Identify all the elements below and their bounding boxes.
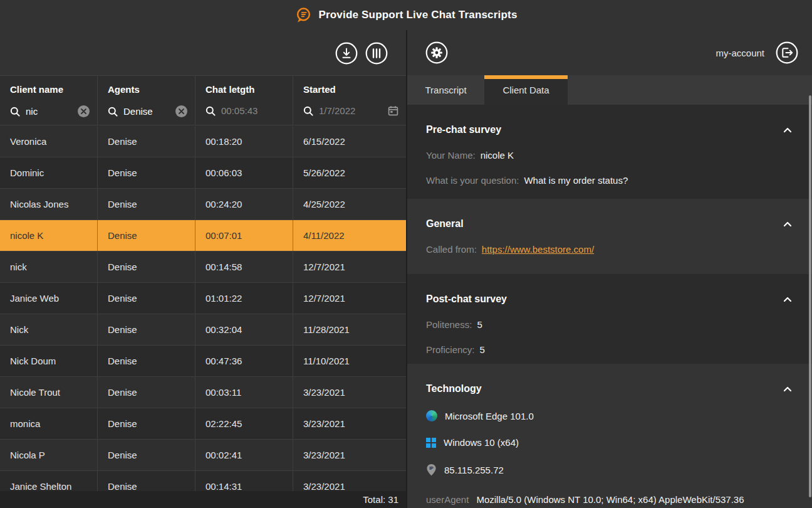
column-chat-length: Chat letgth bbox=[195, 76, 293, 125]
cell-chat-length: 02:22:45 bbox=[195, 408, 293, 439]
field-value: What is my order status? bbox=[524, 175, 628, 186]
cell-chat-length: 00:06:03 bbox=[195, 157, 293, 188]
cell-started: 12/7/2021 bbox=[293, 283, 406, 314]
clear-filter-icon[interactable] bbox=[175, 105, 187, 117]
columns-icon[interactable] bbox=[365, 42, 388, 65]
section-general: General Called from:https://www.beststor… bbox=[407, 199, 812, 274]
search-icon bbox=[303, 106, 313, 116]
cell-chat-length: 00:18:20 bbox=[195, 126, 293, 157]
cell-started: 5/26/2022 bbox=[293, 157, 406, 188]
cell-agent: Denise bbox=[98, 251, 195, 282]
table-row[interactable]: monica Denise 02:22:45 3/23/2021 bbox=[0, 408, 406, 440]
agents-filter-input[interactable] bbox=[123, 106, 170, 117]
cell-client-name: Janice Web bbox=[0, 283, 98, 314]
client-name-filter-input[interactable] bbox=[26, 106, 72, 117]
chat-length-filter-input[interactable] bbox=[221, 105, 285, 116]
cell-client-name: monica bbox=[0, 408, 98, 439]
table-row[interactable]: Nicola P Denise 00:02:41 3/23/2021 bbox=[0, 440, 406, 471]
section-post-chat-survey: Post-chat survey Politeness:5 Proficienc… bbox=[407, 274, 812, 364]
grid-header: Client name bbox=[0, 75, 406, 125]
cell-client-name: Veronica bbox=[0, 126, 98, 157]
account-name[interactable]: my-account bbox=[716, 48, 764, 58]
field-value: 5 bbox=[477, 319, 482, 330]
table-row[interactable]: nick Denise 00:14:58 12/7/2021 bbox=[0, 251, 406, 283]
clear-filter-icon[interactable] bbox=[78, 105, 90, 117]
calendar-icon[interactable] bbox=[388, 105, 398, 116]
table-row[interactable]: Veronica Denise 00:18:20 6/15/2022 bbox=[0, 126, 406, 157]
column-header-label: Agents bbox=[108, 84, 187, 95]
table-row[interactable]: Nicolas Jones Denise 00:24:20 4/25/2022 bbox=[0, 189, 406, 220]
cell-agent: Denise bbox=[98, 126, 195, 157]
tab-label: Client Data bbox=[502, 85, 549, 95]
search-icon bbox=[108, 107, 118, 117]
cell-started: 11/10/2021 bbox=[293, 346, 406, 376]
column-client-name: Client name bbox=[0, 76, 98, 125]
called-from-link[interactable]: https://www.beststore.com/ bbox=[482, 244, 594, 255]
field-label: Called from: bbox=[426, 244, 477, 255]
section-pre-chat-survey: Pre-chat survey Your Name:nicole K What … bbox=[407, 105, 812, 199]
cell-agent: Denise bbox=[98, 440, 195, 470]
tab-label: Transcript bbox=[425, 85, 466, 95]
settings-gear-icon[interactable] bbox=[425, 41, 448, 64]
agents-filter bbox=[108, 105, 187, 117]
cell-client-name: Nicole Trout bbox=[0, 377, 98, 408]
chevron-up-icon[interactable] bbox=[782, 220, 793, 228]
cell-chat-length: 00:02:41 bbox=[195, 440, 293, 470]
table-row[interactable]: Nick Denise 00:32:04 11/28/2021 bbox=[0, 314, 406, 346]
table-row[interactable]: Nicole Trout Denise 00:03:11 3/23/2021 bbox=[0, 377, 406, 408]
useragent-value: Mozilla/5.0 (Windows NT 10.0; Win64; x64… bbox=[426, 494, 744, 508]
cell-started: 3/23/2021 bbox=[293, 377, 406, 408]
cell-chat-length: 00:24:20 bbox=[195, 189, 293, 220]
field-label: Proficiency: bbox=[426, 344, 475, 355]
cell-agent: Denise bbox=[98, 157, 195, 188]
logout-icon[interactable] bbox=[776, 41, 798, 64]
cell-started: 12/7/2021 bbox=[293, 251, 406, 282]
column-header-label: Client name bbox=[10, 84, 90, 95]
client-name-filter bbox=[10, 105, 90, 117]
cell-agent: Denise bbox=[98, 189, 195, 220]
field-label: Politeness: bbox=[426, 319, 472, 330]
table-row[interactable]: nicole K Denise 00:07:01 4/11/2022 bbox=[0, 220, 406, 251]
tab-client-data[interactable]: Client Data bbox=[484, 75, 568, 105]
section-title: Pre-chat survey bbox=[426, 124, 501, 135]
search-icon bbox=[10, 107, 20, 117]
ip-pin-icon: IP bbox=[426, 463, 437, 477]
grid-footer: Total: 31 bbox=[0, 491, 406, 508]
table-row[interactable]: Dominic Denise 00:06:03 5/26/2022 bbox=[0, 157, 406, 189]
field-label: What is your question: bbox=[426, 175, 519, 186]
ip-value: 85.115.255.72 bbox=[444, 465, 504, 475]
field-called-from: Called from:https://www.beststore.com/ bbox=[426, 244, 793, 255]
os-info: Windows 10 (x64) bbox=[426, 437, 793, 448]
chevron-up-icon[interactable] bbox=[782, 295, 793, 304]
cell-client-name: nicole K bbox=[0, 220, 98, 251]
tab-transcript[interactable]: Transcript bbox=[407, 75, 484, 105]
transcripts-list: Veronica Denise 00:18:20 6/15/2022 Domin… bbox=[0, 126, 406, 502]
download-icon[interactable] bbox=[335, 42, 358, 65]
field-value: 5 bbox=[480, 344, 485, 355]
app-window: Provide Support Live Chat Transcripts bbox=[0, 0, 812, 508]
field-question: What is your question:What is my order s… bbox=[426, 175, 793, 186]
browser-info: Microsoft Edge 101.0 bbox=[426, 410, 793, 421]
app-header: Provide Support Live Chat Transcripts bbox=[0, 0, 812, 30]
started-filter-input[interactable] bbox=[319, 105, 382, 116]
cell-chat-length: 00:32:04 bbox=[195, 314, 293, 345]
cell-agent: Denise bbox=[98, 283, 195, 314]
scrollbar[interactable] bbox=[809, 95, 811, 497]
search-icon bbox=[206, 106, 216, 116]
column-started: Started bbox=[293, 76, 406, 125]
details-tab-bar: Transcript Client Data bbox=[407, 75, 812, 105]
table-row[interactable]: Nick Doum Denise 00:47:36 11/10/2021 bbox=[0, 346, 406, 377]
section-title: Post-chat survey bbox=[426, 294, 507, 305]
field-value: nicole K bbox=[481, 150, 514, 161]
details-toolbar: my-account bbox=[407, 30, 812, 75]
page-title: Provide Support Live Chat Transcripts bbox=[318, 9, 517, 21]
chevron-up-icon[interactable] bbox=[782, 385, 793, 393]
provide-support-logo-icon bbox=[294, 6, 312, 24]
chevron-up-icon[interactable] bbox=[782, 126, 793, 134]
cell-started: 4/25/2022 bbox=[293, 189, 406, 220]
field-your-name: Your Name:nicole K bbox=[426, 150, 793, 161]
cell-client-name: Nicola P bbox=[0, 440, 98, 470]
column-header-label: Chat letgth bbox=[206, 84, 285, 95]
cell-client-name: nick bbox=[0, 251, 98, 282]
table-row[interactable]: Janice Web Denise 01:01:22 12/7/2021 bbox=[0, 283, 406, 314]
